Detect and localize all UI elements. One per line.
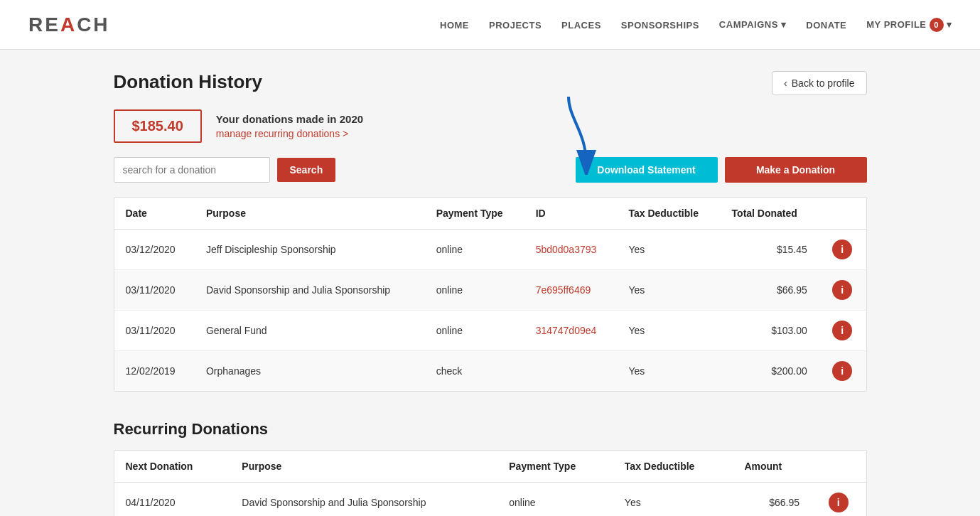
cell-purpose: David Sponsorship and Julia Sponsorship xyxy=(195,270,425,311)
col-actions xyxy=(819,198,866,230)
cell-id: 7e695ff6469 xyxy=(524,270,618,311)
year-text: Your donations made in 2020 xyxy=(216,113,363,125)
cell-total: $200.00 xyxy=(721,351,819,392)
nav-my-profile[interactable]: MY PROFILE 0 ▾ xyxy=(866,18,952,32)
info-button[interactable]: i xyxy=(832,361,852,381)
id-link[interactable]: 7e695ff6469 xyxy=(536,284,591,296)
nav-projects[interactable]: PROJECTS xyxy=(489,20,542,31)
profile-badge: 0 xyxy=(930,18,944,32)
recurring-col-tax-deductible: Tax Deductible xyxy=(613,451,733,483)
cell-id: 314747d09e4 xyxy=(524,311,618,351)
cell-total: $103.00 xyxy=(721,311,819,351)
cell-tax-deductible: Yes xyxy=(617,230,720,270)
recurring-section-title: Recurring Donations xyxy=(114,420,867,439)
col-purpose: Purpose xyxy=(195,198,425,230)
donation-table-row: 03/11/2020 General Fund online 314747d09… xyxy=(114,311,866,351)
cell-info: i xyxy=(819,311,866,351)
cell-tax-deductible: Yes xyxy=(617,311,720,351)
main-content: Donation History ‹ Back to profile $185.… xyxy=(99,50,881,516)
cell-info: i xyxy=(819,270,866,311)
cell-amount: $66.95 xyxy=(733,483,811,517)
recurring-table-row: 04/11/2020 David Sponsorship and Julia S… xyxy=(114,483,866,517)
recurring-col-purpose: Purpose xyxy=(230,451,497,483)
col-id: ID xyxy=(524,198,618,230)
download-statement-button[interactable]: Download Statement xyxy=(576,157,718,183)
logo: REACH xyxy=(28,14,110,36)
profile-dropdown-icon: ▾ xyxy=(947,19,952,30)
cell-info: i xyxy=(819,230,866,270)
nav-sponsorships[interactable]: SPONSORSHIPS xyxy=(621,20,699,31)
cell-payment-type: online xyxy=(425,230,524,270)
action-row: Search Download Statement Make a Donatio… xyxy=(114,157,867,183)
search-input[interactable] xyxy=(114,157,270,183)
cell-id xyxy=(524,351,618,392)
cell-payment-type: check xyxy=(425,351,524,392)
recurring-donations-table: Next Donation Purpose Payment Type Tax D… xyxy=(114,450,867,516)
page-title: Donation History xyxy=(114,71,262,93)
col-tax-deductible: Tax Deductible xyxy=(617,198,720,230)
donation-table-row: 12/02/2019 Orphanages check Yes $200.00 … xyxy=(114,351,866,392)
cell-next-donation: 04/11/2020 xyxy=(114,483,231,517)
cell-total: $15.45 xyxy=(721,230,819,270)
recurring-col-amount: Amount xyxy=(733,451,811,483)
nav-home[interactable]: HOME xyxy=(440,20,469,31)
cell-info: i xyxy=(819,351,866,392)
cell-info: i xyxy=(811,483,866,517)
cell-purpose: Orphanages xyxy=(195,351,425,392)
back-to-profile-button[interactable]: ‹ Back to profile xyxy=(772,71,866,95)
summary-text: Your donations made in 2020 manage recur… xyxy=(216,113,363,139)
navbar: REACH HOME PROJECTS PLACES SPONSORSHIPS … xyxy=(0,0,980,50)
cell-date: 03/11/2020 xyxy=(114,311,195,351)
recurring-col-next-donation: Next Donation xyxy=(114,451,231,483)
id-link[interactable]: 5bd0d0a3793 xyxy=(536,244,597,255)
manage-recurring-link[interactable]: manage recurring donations > xyxy=(216,128,348,139)
donation-summary: $185.40 Your donations made in 2020 mana… xyxy=(114,109,867,143)
recurring-col-payment-type: Payment Type xyxy=(497,451,613,483)
cell-date: 03/11/2020 xyxy=(114,270,195,311)
col-date: Date xyxy=(114,198,195,230)
donation-table-row: 03/12/2020 Jeff Discipleship Sponsorship… xyxy=(114,230,866,270)
total-amount-box: $185.40 xyxy=(114,109,202,143)
nav-campaigns[interactable]: CAMPAIGNS ▾ xyxy=(719,19,786,30)
search-button[interactable]: Search xyxy=(277,158,336,182)
nav-donate[interactable]: DONATE xyxy=(806,20,846,31)
cell-id: 5bd0d0a3793 xyxy=(524,230,618,270)
recurring-info-button[interactable]: i xyxy=(829,493,849,512)
cell-date: 12/02/2019 xyxy=(114,351,195,392)
cell-payment-type: online xyxy=(425,270,524,311)
cell-tax-deductible: Yes xyxy=(617,270,720,311)
page-header: Donation History ‹ Back to profile xyxy=(114,71,867,95)
info-button[interactable]: i xyxy=(832,280,852,300)
donation-history-table: Date Purpose Payment Type ID Tax Deducti… xyxy=(114,197,867,392)
cell-payment-type: online xyxy=(497,483,613,517)
cell-purpose: Jeff Discipleship Sponsorship xyxy=(195,230,425,270)
campaigns-dropdown-icon: ▾ xyxy=(781,19,787,30)
cell-purpose: General Fund xyxy=(195,311,425,351)
cell-tax-deductible: Yes xyxy=(617,351,720,392)
cell-tax-deductible: Yes xyxy=(613,483,733,517)
cell-payment-type: online xyxy=(425,311,524,351)
info-button[interactable]: i xyxy=(832,321,852,340)
make-donation-button[interactable]: Make a Donation xyxy=(725,157,867,183)
nav-places[interactable]: PLACES xyxy=(561,20,601,31)
info-button[interactable]: i xyxy=(832,240,852,259)
recurring-col-actions xyxy=(811,451,866,483)
cell-purpose: David Sponsorship and Julia Sponsorship xyxy=(230,483,497,517)
donation-table-row: 03/11/2020 David Sponsorship and Julia S… xyxy=(114,270,866,311)
col-total-donated: Total Donated xyxy=(721,198,819,230)
col-payment-type: Payment Type xyxy=(425,198,524,230)
chevron-left-icon: ‹ xyxy=(784,77,787,89)
cell-date: 03/12/2020 xyxy=(114,230,195,270)
id-link[interactable]: 314747d09e4 xyxy=(536,325,597,336)
cell-total: $66.95 xyxy=(721,270,819,311)
